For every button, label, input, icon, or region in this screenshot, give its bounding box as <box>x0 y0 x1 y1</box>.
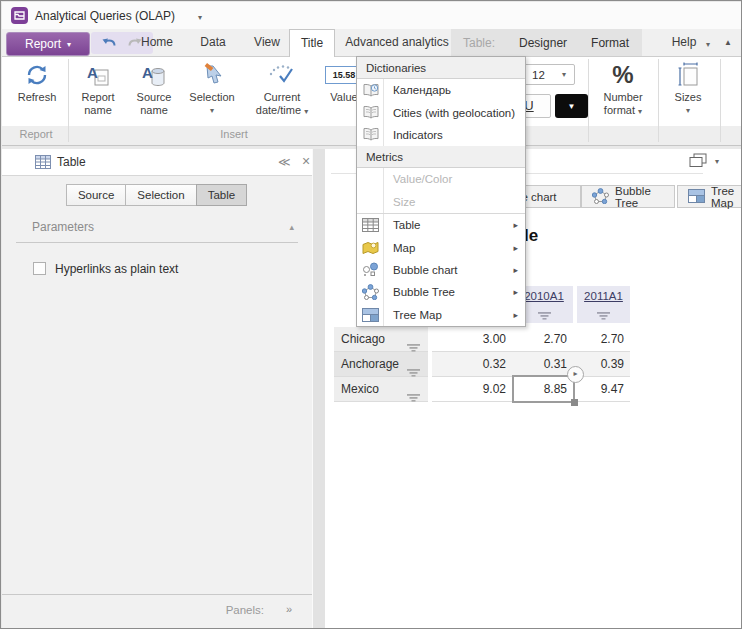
submenu-arrow-icon: ▸ <box>513 220 518 230</box>
column-header-link[interactable]: 2011A1 <box>584 290 623 302</box>
table-row: Anchorage 0.32 0.31 0.39 <box>325 352 742 377</box>
parameters-section-header[interactable]: Parameters <box>32 220 94 234</box>
panel-tab-source[interactable]: Source <box>66 184 126 206</box>
current-datetime-icon <box>268 59 296 91</box>
group-caption-report: Report <box>4 128 68 140</box>
tab-format[interactable]: Format <box>591 36 629 50</box>
refresh-button[interactable]: Refresh <box>8 59 66 125</box>
view-tab-tree-map[interactable]: Tree Map <box>677 185 742 208</box>
tab-help[interactable]: Help <box>662 29 706 56</box>
filter-icon[interactable] <box>597 306 610 324</box>
data-cell[interactable]: 2.70 <box>510 327 567 352</box>
cell-action-handle[interactable]: ▸ <box>567 366 584 383</box>
left-panel-title: Table <box>57 155 86 169</box>
table-row: Chicago 3.00 2.70 2.70 <box>325 327 742 352</box>
row-label-cell[interactable]: Chicago <box>334 327 428 352</box>
panel-tab-selection[interactable]: Selection <box>125 184 196 206</box>
window-title-dropdown-icon[interactable]: ▾ <box>198 13 202 22</box>
view-tab-bubble-tree[interactable]: Bubble Tree <box>581 185 675 208</box>
menu-item-size: Size <box>357 191 525 213</box>
report-menu-button[interactable]: Report▾ <box>6 32 90 56</box>
tab-advanced-analytics[interactable]: Advanced analytics <box>338 29 456 56</box>
context-group-label: Table: <box>463 36 495 50</box>
chevron-down-icon: ▾ <box>210 104 214 117</box>
svg-text:A: A <box>87 64 98 81</box>
sizes-button[interactable]: Sizes ▾ <box>660 59 716 125</box>
menu-item-cities[interactable]: Cities (with geolocation) <box>357 101 525 123</box>
data-cell[interactable]: 2.70 <box>570 327 624 352</box>
menu-item-bubble-chart[interactable]: Bubble chart ▸ <box>357 259 525 281</box>
tab-home[interactable]: Home <box>130 29 184 56</box>
current-datetime-button[interactable]: Current date/time ▾ <box>246 59 318 125</box>
source-name-icon: A <box>141 59 167 91</box>
tab-title-active[interactable]: Title <box>289 29 335 57</box>
panels-expand-icon[interactable]: » <box>286 603 292 615</box>
data-cell[interactable]: 0.31 <box>510 352 567 377</box>
data-cell[interactable]: 9.02 <box>434 377 506 402</box>
refresh-icon <box>24 59 50 91</box>
column-header-link[interactable]: 2010A1 <box>524 290 564 302</box>
panel-tab-group: Source Selection Table <box>2 184 312 206</box>
panel-splitter[interactable] <box>312 149 325 629</box>
menu-item-tree-map[interactable]: Tree Map ▸ <box>357 304 525 326</box>
font-color-button[interactable]: ▼ <box>555 94 588 118</box>
cascade-windows-icon[interactable] <box>689 153 707 172</box>
menu-item-map[interactable]: Map ▸ <box>357 236 525 258</box>
report-name-icon: A <box>85 59 111 91</box>
calendar-book-icon <box>357 83 384 98</box>
menu-item-indicators[interactable]: Indicators <box>357 124 525 146</box>
menu-item-value-color: Value/Color <box>357 168 525 190</box>
data-cell[interactable]: 0.32 <box>434 352 506 377</box>
submenu-arrow-icon: ▸ <box>513 310 518 320</box>
tab-data[interactable]: Data <box>188 29 238 56</box>
hyperlinks-checkbox[interactable] <box>33 262 46 275</box>
application-window: Analytical Queries (OLAP) ▾ Report▾ Home… <box>0 0 742 629</box>
close-panel-icon[interactable]: × <box>302 153 310 169</box>
filter-icon[interactable] <box>407 386 420 410</box>
menu-item-bubble-tree[interactable]: Bubble Tree ▸ <box>357 281 525 303</box>
submenu-arrow-icon: ▸ <box>513 287 518 297</box>
collapse-ribbon-icon[interactable]: ▲ <box>724 38 732 47</box>
left-panel-body: Source Selection Table Parameters ▴ Hype… <box>2 176 312 629</box>
table-panel-icon <box>35 155 51 173</box>
chevron-down-icon: ▾ <box>304 107 308 116</box>
app-icon <box>11 7 28 24</box>
panel-tab-table[interactable]: Table <box>196 184 248 206</box>
collapse-panel-icon[interactable]: ≪ <box>278 155 291 169</box>
window-title: Analytical Queries (OLAP) <box>35 9 175 23</box>
column-header-2011A1: 2011A1 <box>577 286 630 323</box>
bubble-chart-icon <box>357 262 384 277</box>
row-label-cell[interactable]: Anchorage <box>334 352 428 377</box>
window-options-dropdown-icon[interactable]: ▾ <box>715 157 719 166</box>
filter-icon[interactable] <box>538 306 551 324</box>
menu-item-table[interactable]: Table ▸ <box>357 214 525 236</box>
chevron-down-icon: ▾ <box>638 107 642 116</box>
chevron-down-icon: ▾ <box>67 40 71 49</box>
ribbon-tab-row: Report▾ Home Data View Title Advanced an… <box>2 29 742 56</box>
source-name-button[interactable]: A Source name <box>128 59 180 125</box>
undo-button[interactable] <box>100 34 118 53</box>
help-dropdown-icon[interactable]: ▾ <box>706 40 710 49</box>
cell-drag-handle[interactable] <box>571 399 578 406</box>
sizes-icon <box>674 59 702 91</box>
bubble-tree-icon <box>592 188 609 206</box>
submenu-arrow-icon: ▸ <box>513 243 518 253</box>
map-icon <box>357 241 384 255</box>
chevron-down-icon: ▾ <box>562 70 566 79</box>
book-icon <box>357 105 384 120</box>
chevron-down-icon: ▾ <box>686 104 690 117</box>
bubble-tree-icon <box>357 284 384 300</box>
insert-dropdown-menu: Dictionaries Календарь Cities (with geol… <box>356 56 526 327</box>
data-cell[interactable]: 3.00 <box>434 327 506 352</box>
collapse-section-icon[interactable]: ▴ <box>289 222 294 232</box>
submenu-arrow-icon: ▸ <box>513 265 518 275</box>
hyperlinks-checkbox-label: Hyperlinks as plain text <box>55 262 178 276</box>
menu-item-calendar[interactable]: Календарь <box>357 79 525 101</box>
row-label-cell[interactable]: Mexico <box>334 377 428 402</box>
number-format-button[interactable]: % Number format ▾ <box>592 59 654 125</box>
selection-button[interactable]: Selection ▾ <box>184 59 240 125</box>
report-name-button[interactable]: A Report name <box>72 59 124 125</box>
tab-designer[interactable]: Designer <box>519 36 567 50</box>
tab-view[interactable]: View <box>242 29 292 56</box>
svg-text:A: A <box>142 64 153 81</box>
